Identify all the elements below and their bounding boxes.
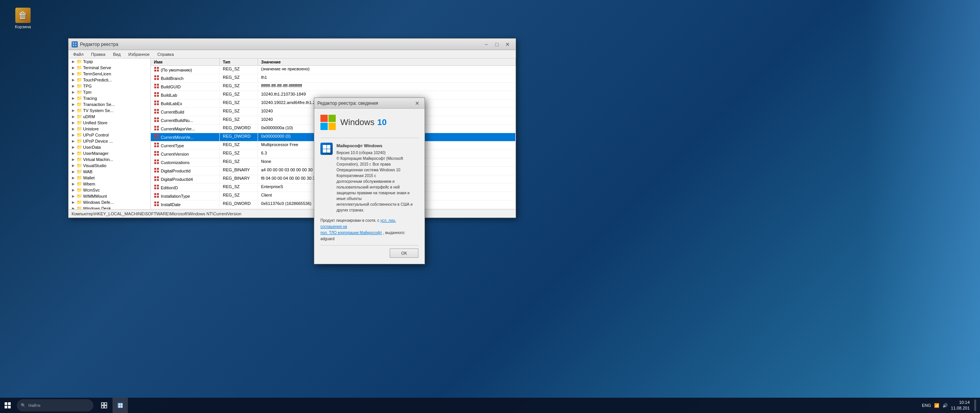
svg-rect-34 — [154, 128, 156, 130]
tree-item-label: VisualStudio — [83, 163, 106, 168]
tree-item-tpm[interactable]: ▶📁Tpm — [69, 89, 150, 95]
value-name-text: Customizations — [161, 160, 189, 165]
svg-rect-69 — [157, 202, 159, 203]
value-type-cell: REG_SZ — [220, 91, 258, 99]
tree-item-udrm[interactable]: ▶📁uDRM — [69, 114, 150, 120]
tree-item-wbem[interactable]: ▶📁Wbem — [69, 181, 150, 187]
tree-item-wcmsvc[interactable]: ▶📁WcmSvc — [69, 187, 150, 193]
folder-icon: 📁 — [76, 114, 82, 119]
tree-item-unistore[interactable]: ▶📁Unistore — [69, 126, 150, 132]
show-desktop-button[interactable] — [974, 400, 976, 411]
registry-value-row[interactable]: BuildGUIDREG_SZffffffff-ffff-ffff-ffff-f… — [151, 83, 516, 91]
tree-item-terminal-serve[interactable]: ▶📁Terminal Serve — [69, 65, 150, 71]
tree-item-tpg[interactable]: ▶📁TPG — [69, 83, 150, 89]
svg-rect-64 — [154, 193, 156, 195]
registry-entry-icon — [154, 167, 159, 174]
tree-item-upnp-device[interactable]: ▶📁UPnP Device ... — [69, 138, 150, 144]
value-type-cell: REG_SZ — [220, 158, 258, 166]
svg-rect-37 — [157, 134, 159, 136]
tree-expand-icon: ▶ — [70, 145, 76, 149]
tree-item-wab[interactable]: ▶📁WAB — [69, 169, 150, 175]
registry-titlebar[interactable]: Редактор реестра − □ ✕ — [69, 39, 516, 50]
registry-entry-icon — [154, 142, 159, 149]
registry-value-row[interactable]: (По умолчанию)REG_SZ(значение не присвое… — [151, 66, 516, 74]
tree-item-virtual-machin[interactable]: ▶📁Virtual Machin... — [69, 156, 150, 163]
tree-item-tv-system-se[interactable]: ▶📁TV System Se... — [69, 107, 150, 114]
tree-item-wallet[interactable]: ▶📁Wallet — [69, 175, 150, 181]
tree-item-termservlicen[interactable]: ▶📁TermServLicen — [69, 71, 150, 77]
svg-rect-26 — [154, 112, 156, 114]
maximize-button[interactable]: □ — [492, 41, 502, 48]
about-titlebar[interactable]: Редактор реестра: сведения ✕ — [314, 98, 425, 109]
value-name-cell: CurrentVersion — [151, 150, 220, 158]
about-info-text: Майкрософт Windows Версия 10.0 (сборка 1… — [336, 143, 418, 213]
folder-icon: 📁 — [76, 71, 82, 76]
registry-entry-icon — [154, 134, 159, 140]
license-link2[interactable]: пол. ТЛО корпорации Майкрософт — [320, 231, 382, 235]
menu-favorites[interactable]: Избранное — [125, 51, 153, 57]
tree-item-wimmount[interactable]: ▶📁WIMMMount — [69, 193, 150, 199]
tree-item-upnp-control[interactable]: ▶📁UPnP Control — [69, 132, 150, 138]
svg-rect-1 — [75, 42, 77, 44]
tree-expand-icon: ▶ — [70, 133, 76, 137]
svg-rect-66 — [154, 196, 156, 198]
minimize-button[interactable]: − — [481, 41, 491, 48]
recycle-bin-image: 🗑 — [15, 8, 31, 23]
about-close-button[interactable]: ✕ — [413, 100, 421, 107]
svg-rect-5 — [157, 67, 159, 69]
tree-item-userdata[interactable]: ▶📁UserData — [69, 144, 150, 150]
menu-view[interactable]: Вид — [110, 51, 124, 57]
tree-item-touchpredic[interactable]: ▶📁TouchPredicti... — [69, 77, 150, 83]
right-glow — [865, 0, 980, 413]
menu-edit[interactable]: Правка — [88, 51, 108, 57]
recycle-bin-icon[interactable]: 🗑 Корзина — [8, 8, 38, 29]
tree-item-unified-store[interactable]: ▶📁Unified Store — [69, 120, 150, 126]
about-footer: ОК — [320, 245, 418, 258]
windows-logo — [320, 115, 336, 130]
folder-icon: 📁 — [76, 59, 82, 64]
registry-taskbar-button[interactable] — [113, 398, 128, 413]
tree-expand-icon: ▶ — [70, 127, 76, 131]
taskbar-search-box[interactable]: 🔍 Найти — [17, 399, 93, 411]
tree-expand-icon: ▶ — [70, 72, 76, 76]
value-name-text: BuildLabEx — [161, 101, 182, 106]
svg-rect-19 — [157, 95, 159, 97]
value-type-cell: REG_SZ — [220, 141, 258, 150]
value-type-cell: REG_DWORD — [220, 125, 258, 133]
svg-rect-44 — [154, 151, 156, 153]
svg-rect-41 — [157, 143, 159, 145]
menu-help[interactable]: Справка — [154, 51, 177, 57]
tree-expand-icon: ▶ — [70, 121, 76, 125]
menu-file[interactable]: Файл — [70, 51, 87, 57]
folder-icon: 📁 — [76, 157, 82, 162]
start-button[interactable] — [0, 398, 15, 413]
tree-item-visualstudio[interactable]: ▶📁VisualStudio — [69, 163, 150, 169]
value-type-cell: REG_SZ — [220, 66, 258, 74]
tree-item-label: Tracing — [83, 96, 97, 101]
tree-item-windows-defe[interactable]: ▶📁Windows Defe... — [69, 199, 150, 205]
svg-rect-42 — [154, 145, 156, 147]
value-type-cell: REG_DWORD — [220, 200, 258, 208]
tree-item-windows-desk[interactable]: ▶📁Windows Desk... — [69, 205, 150, 209]
taskbar-clock[interactable]: 10:14 11.08.201 — [951, 400, 970, 411]
about-copyright5: интеллектуальной собственности в США и д… — [336, 202, 418, 213]
registry-tree-panel[interactable]: ▶📁Tcpip▶📁Terminal Serve▶📁TermServLicen▶📁… — [69, 59, 151, 209]
tree-item-tracing[interactable]: ▶📁Tracing — [69, 95, 150, 101]
desktop: 🗑 Корзина Редактор реестра − □ ✕ — [0, 0, 980, 413]
close-button[interactable]: ✕ — [503, 41, 513, 48]
tree-item-tcpip[interactable]: ▶📁Tcpip — [69, 59, 150, 65]
svg-rect-56 — [154, 176, 156, 178]
svg-rect-4 — [154, 67, 156, 69]
value-name-cell: (По умолчанию) — [151, 66, 220, 74]
svg-rect-57 — [157, 176, 159, 178]
task-view-button[interactable] — [96, 398, 112, 413]
svg-rect-45 — [157, 151, 159, 153]
svg-rect-15 — [157, 86, 159, 88]
tree-item-usermanager[interactable]: ▶📁UserManager — [69, 150, 150, 156]
value-type-cell: REG_SZ — [220, 192, 258, 200]
svg-rect-108 — [5, 402, 7, 405]
about-ok-button[interactable]: ОК — [390, 249, 418, 258]
tree-item-transaction-se[interactable]: ▶📁Transaction Se... — [69, 101, 150, 107]
value-name-text: EditionID — [161, 185, 178, 190]
registry-value-row[interactable]: BuildBranchREG_SZth1 — [151, 74, 516, 83]
